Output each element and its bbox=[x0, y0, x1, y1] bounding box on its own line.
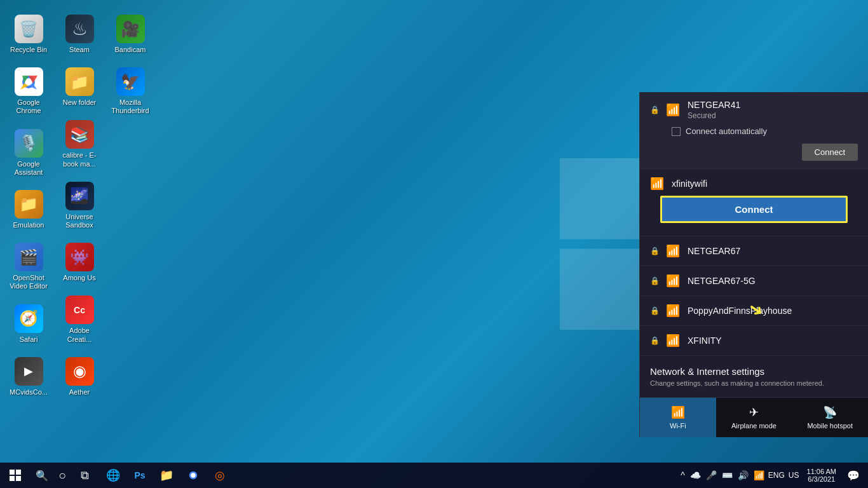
taskbar-tray: ^ ☁️ 🎤 ⌨️ 🔊 📶 ENG US 11:06 AM 6/3/2021 💬 bbox=[679, 463, 868, 488]
desktop-icon-thunderbird[interactable]: 🦅 Mozilla Thunderbird bbox=[105, 62, 156, 120]
network-settings-section: Network & Internet settings Change setti… bbox=[640, 356, 868, 398]
netgear41-connect-button[interactable]: Connect bbox=[802, 144, 858, 161]
adobe-creative-label: Adobe Creati... bbox=[57, 327, 102, 343]
openshot-icon: 🎬 bbox=[15, 243, 43, 271]
svg-rect-9 bbox=[16, 476, 21, 481]
google-assistant-label: Google Assistant bbox=[6, 160, 51, 177]
svg-rect-8 bbox=[10, 476, 15, 481]
desktop-icon-among-us[interactable]: 👾 Among Us bbox=[54, 238, 105, 287]
taskbar: 🔍 ○ ⧉ 🌐 Ps 📁 ◎ bbox=[0, 463, 868, 488]
thunderbird-icon: 🦅 bbox=[116, 67, 145, 96]
wifi-bottom-buttons: 📶 Wi-Fi ✈ Airplane mode 📡 Mobile hotspot bbox=[640, 398, 868, 437]
wifi-bottom-wifi-icon: 📶 bbox=[671, 405, 685, 419]
taskbar-date: 6/3/2021 bbox=[808, 475, 835, 483]
desktop-icon-emulation[interactable]: 📁 Emulation bbox=[3, 185, 54, 234]
svg-rect-0 bbox=[560, 158, 641, 240]
netgear41-status: Secured bbox=[688, 111, 740, 120]
wifi-network-netgear67[interactable]: 🔒 📶 NETGEAR67 bbox=[640, 236, 868, 266]
lock-icon-netgear41: 🔒 bbox=[650, 105, 660, 114]
universe-sandbox-label: Universe Sandbox bbox=[57, 213, 102, 229]
chrome-label: Google Chrome bbox=[6, 98, 51, 115]
steam-icon: ♨ bbox=[65, 15, 94, 43]
tray-keyboard-icon[interactable]: ⌨️ bbox=[721, 469, 734, 482]
tray-cloud-icon[interactable]: ☁️ bbox=[689, 469, 702, 482]
cortana-icon: ○ bbox=[58, 468, 66, 483]
tray-volume-icon[interactable]: 🔊 bbox=[736, 469, 750, 482]
desktop: 🗑️ Recycle Bin Google Chrome 🎙️ Google A… bbox=[0, 0, 868, 488]
wifi-network-netgear67-5g[interactable]: 🔒 📶 NETGEAR67-5G bbox=[640, 266, 868, 296]
tray-region-label: US bbox=[789, 471, 799, 480]
wifi-bottom-btn-hotspot[interactable]: 📡 Mobile hotspot bbox=[792, 398, 868, 437]
svg-rect-7 bbox=[16, 470, 21, 475]
task-view-button[interactable]: ⧉ bbox=[72, 463, 97, 488]
desktop-icon-openshot[interactable]: 🎬 OpenShot Video Editor bbox=[3, 238, 54, 295]
adobe-creative-icon: Cc bbox=[65, 295, 94, 324]
tray-wifi-icon[interactable]: 📶 bbox=[752, 469, 766, 482]
desktop-icon-recycle-bin[interactable]: 🗑️ Recycle Bin bbox=[3, 10, 54, 59]
taskbar-chrome[interactable] bbox=[180, 463, 206, 488]
wifi-network-xfinity[interactable]: 🔒 📶 XFINITY bbox=[640, 326, 868, 356]
poppy-name: PoppyAndFinnsPlayhouse bbox=[688, 306, 792, 316]
wifi-network-xfinitywifi[interactable]: 📶 xfinitywifi Connect bbox=[640, 169, 868, 236]
wifi-bottom-btn-wifi[interactable]: 📶 Wi-Fi bbox=[640, 398, 716, 437]
taskbar-time: 11:06 AM bbox=[807, 468, 836, 475]
task-view-icon: ⧉ bbox=[81, 469, 89, 482]
search-icon: 🔍 bbox=[36, 470, 48, 482]
desktop-icon-universe-sandbox[interactable]: 🌌 Universe Sandbox bbox=[54, 177, 105, 234]
desktop-icon-chrome[interactable]: Google Chrome bbox=[3, 62, 54, 120]
bandicam-icon: 🎥 bbox=[116, 15, 145, 43]
tray-microphone-icon[interactable]: 🎤 bbox=[705, 469, 718, 482]
desktop-icon-bandicam[interactable]: 🎥 Bandicam bbox=[105, 10, 156, 59]
taskbar-edge[interactable]: 🌐 bbox=[100, 463, 126, 488]
netgear67-name: NETGEAR67 bbox=[688, 246, 740, 256]
calibre-icon: 📚 bbox=[65, 120, 94, 149]
xfinitywifi-connect-button[interactable]: Connect bbox=[660, 196, 847, 223]
desktop-icon-mcvids[interactable]: ▶ MCvidsCo... bbox=[3, 352, 54, 402]
tray-language-label: ENG bbox=[768, 471, 785, 480]
taskbar-unknown-app[interactable]: ◎ bbox=[207, 463, 233, 488]
safari-icon: 🧭 bbox=[15, 304, 43, 333]
lock-icon-xfinity: 🔒 bbox=[650, 336, 660, 345]
unknown-app-icon: ◎ bbox=[215, 468, 225, 482]
connect-auto-checkbox[interactable] bbox=[672, 127, 681, 136]
wifi-bottom-airplane-icon: ✈ bbox=[749, 405, 759, 419]
taskbar-apps: 🌐 Ps 📁 ◎ bbox=[100, 463, 233, 488]
wifi-network-netgear41[interactable]: 🔒 📶 NETGEAR41 Secured Connect automatica… bbox=[640, 92, 868, 169]
desktop-icon-steam[interactable]: ♨ Steam bbox=[54, 10, 105, 59]
desktop-icon-google-assistant[interactable]: 🎙️ Google Assistant bbox=[3, 124, 54, 182]
tray-language[interactable]: ENG US bbox=[768, 471, 799, 480]
netgear41-name: NETGEAR41 bbox=[688, 100, 740, 110]
start-button[interactable] bbox=[0, 463, 31, 488]
new-folder-icon: 📁 bbox=[65, 67, 94, 96]
photoshop-icon: Ps bbox=[134, 470, 145, 480]
wifi-bottom-btn-airplane[interactable]: ✈ Airplane mode bbox=[716, 398, 792, 437]
wifi-network-header-xfinitywifi: 📶 xfinitywifi bbox=[650, 177, 858, 191]
desktop-icon-adobe[interactable]: Cc Adobe Creati... bbox=[54, 290, 105, 348]
among-us-icon: 👾 bbox=[65, 243, 94, 271]
emulation-icon: 📁 bbox=[15, 190, 43, 219]
tray-chevron[interactable]: ^ bbox=[679, 469, 686, 482]
google-assistant-icon: 🎙️ bbox=[15, 129, 43, 158]
aether-icon: ◉ bbox=[65, 357, 94, 386]
desktop-icon-safari[interactable]: 🧭 Safari bbox=[3, 299, 54, 349]
taskbar-search-button[interactable]: 🔍 bbox=[31, 463, 53, 488]
wifi-panel: 🔒 📶 NETGEAR41 Secured Connect automatica… bbox=[639, 92, 868, 437]
cortana-button[interactable]: ○ bbox=[53, 463, 72, 488]
signal-icon-xfinity: 📶 bbox=[666, 334, 681, 348]
taskbar-photoshop[interactable]: Ps bbox=[127, 463, 153, 488]
netgear67-5g-name: NETGEAR67-5G bbox=[688, 276, 756, 286]
desktop-icon-calibre[interactable]: 📚 calibre - E-book ma... bbox=[54, 115, 105, 173]
desktop-icon-aether[interactable]: ◉ Aether bbox=[54, 352, 105, 402]
desktop-icons: 🗑️ Recycle Bin Google Chrome 🎙️ Google A… bbox=[0, 6, 159, 451]
action-center-button[interactable]: 💬 bbox=[844, 463, 863, 488]
wifi-network-header-netgear41: 🔒 📶 NETGEAR41 Secured bbox=[650, 100, 858, 120]
emulation-label: Emulation bbox=[13, 221, 44, 229]
taskbar-clock[interactable]: 11:06 AM 6/3/2021 bbox=[802, 468, 841, 483]
taskbar-explorer[interactable]: 📁 bbox=[154, 463, 179, 488]
network-settings-desc: Change settings, such as making a connec… bbox=[650, 379, 858, 387]
desktop-icon-new-folder[interactable]: 📁 New folder bbox=[54, 62, 105, 112]
recycle-bin-icon: 🗑️ bbox=[15, 15, 43, 43]
wifi-bottom-airplane-label: Airplane mode bbox=[731, 422, 776, 430]
chrome-icon bbox=[15, 67, 43, 96]
lock-icon-netgear67-5g: 🔒 bbox=[650, 276, 660, 285]
